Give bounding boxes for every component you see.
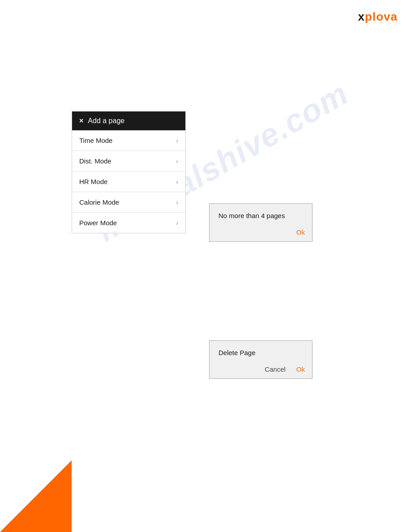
delete-cancel-button[interactable]: Cancel (265, 365, 286, 373)
menu-item-hr-mode[interactable]: HR Mode › (72, 172, 185, 192)
menu-item-calorie-mode[interactable]: Calorie Mode › (72, 192, 185, 213)
menu-title: Add a page (88, 117, 124, 125)
menu-header[interactable]: × Add a page (72, 112, 185, 130)
power-mode-label: Power Mode (79, 219, 117, 227)
dist-mode-label: Dist. Mode (79, 157, 111, 165)
menu-item-power-mode[interactable]: Power Mode › (72, 213, 185, 233)
delete-page-actions: Cancel Ok (210, 362, 312, 378)
menu-item-time-mode[interactable]: Time Mode › (72, 130, 185, 151)
calorie-mode-label: Calorie Mode (79, 198, 119, 206)
pages-limit-message: No more than 4 pages (210, 204, 312, 225)
chevron-icon: › (176, 219, 178, 227)
add-page-menu: × Add a page Time Mode › Dist. Mode › HR… (72, 111, 186, 233)
xplova-logo: xplova (358, 10, 398, 24)
pages-limit-dialog: No more than 4 pages Ok (209, 203, 313, 242)
chevron-icon: › (176, 137, 178, 144)
hr-mode-label: HR Mode (79, 178, 107, 185)
chevron-icon: › (176, 199, 178, 206)
logo-x: x (358, 10, 365, 23)
delete-page-message: Delete Page (210, 341, 312, 362)
pages-limit-ok-button[interactable]: Ok (296, 228, 305, 236)
bottom-triangle-decoration (0, 460, 72, 532)
delete-page-dialog: Delete Page Cancel Ok (209, 340, 313, 379)
menu-item-dist-mode[interactable]: Dist. Mode › (72, 151, 185, 172)
pages-limit-actions: Ok (210, 225, 312, 241)
chevron-icon: › (176, 178, 178, 185)
logo-plova: plova (365, 10, 398, 23)
time-mode-label: Time Mode (79, 137, 112, 144)
delete-ok-button[interactable]: Ok (296, 365, 305, 373)
chevron-icon: › (176, 158, 178, 165)
close-icon[interactable]: × (79, 117, 83, 125)
